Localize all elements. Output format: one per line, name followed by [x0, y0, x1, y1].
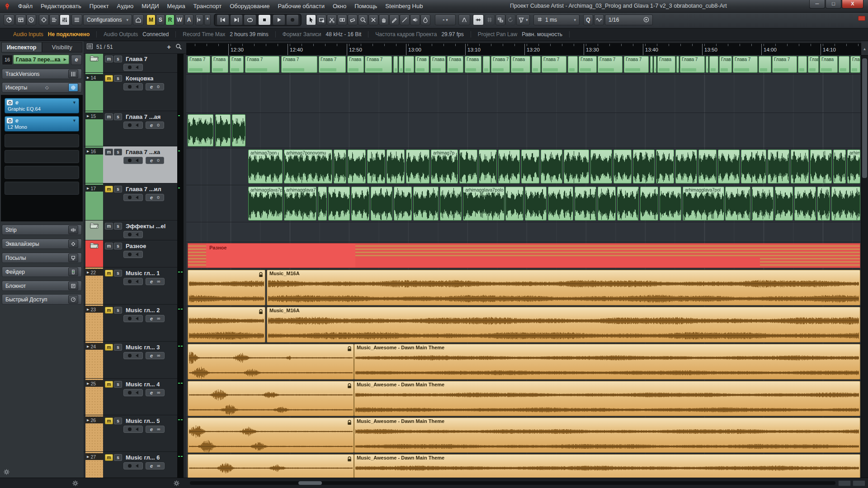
solo-button[interactable]: s	[114, 307, 122, 314]
record-monitor-buttons[interactable]	[123, 462, 143, 469]
track-row-folder-5[interactable]: msЭффекты ...el	[84, 221, 177, 240]
channel-buttons[interactable]: e∞	[146, 352, 165, 359]
folder-part-clip[interactable]: Глава 7	[772, 56, 797, 73]
scroll-corner[interactable]: ▲	[861, 43, 868, 56]
power-icon[interactable]	[7, 100, 13, 105]
close-button[interactable]: X	[842, 0, 863, 9]
chevron-down-icon[interactable]: ▼	[72, 118, 76, 123]
range-selection-tool[interactable]	[316, 14, 326, 25]
record-enable-icon[interactable]	[128, 391, 132, 394]
tab-inspector[interactable]: Инспектор	[1, 42, 42, 52]
folder-part-clip[interactable]: Глава	[511, 56, 530, 73]
section-быстрый-доступ[interactable]: Быстрый Доступ	[2, 294, 82, 305]
monitor-icon[interactable]	[136, 427, 138, 431]
record-monitor-buttons[interactable]	[123, 231, 143, 238]
monitor-icon[interactable]	[136, 123, 138, 127]
audio-clip[interactable]	[775, 187, 793, 221]
zoom-tool[interactable]	[358, 14, 368, 25]
extra-icon[interactable]: ∞	[157, 427, 160, 432]
folder-part-clip[interactable]: Глава 7	[598, 56, 623, 73]
folder-part-clip-red[interactable]: Разное	[188, 243, 860, 268]
track-row-25[interactable]: ▶25msMusic гл... 4e∞	[84, 379, 177, 415]
record-monitor-buttons[interactable]	[123, 389, 143, 396]
folder-part-clip[interactable]: Глава 7	[680, 56, 705, 73]
edit-plugin-icon[interactable]: e	[15, 99, 19, 106]
channel-buttons[interactable]: eo	[146, 83, 164, 90]
track-row-27[interactable]: ▶27msMusic гл... 6e∞	[84, 452, 177, 478]
folder-part-clip[interactable]	[839, 56, 849, 73]
filter-select[interactable]: ▾	[516, 14, 530, 25]
audio-clip[interactable]	[831, 187, 860, 221]
edit-channel-icon[interactable]: e	[150, 316, 153, 321]
audio-clip[interactable]	[548, 187, 573, 221]
folder-part-clip[interactable]	[650, 56, 653, 73]
audio-clip[interactable]	[564, 150, 589, 183]
solo-button[interactable]: s	[114, 149, 122, 155]
audio-clip[interactable]	[791, 150, 809, 183]
insert-slot-empty[interactable]	[5, 150, 79, 163]
folder-part-clip[interactable]	[798, 56, 807, 73]
record-enable-icon[interactable]	[128, 317, 132, 320]
track-row-22[interactable]: ▶22msMusic гл... 1e∞	[84, 267, 177, 305]
solo-button[interactable]: s	[114, 381, 122, 388]
audio-clip[interactable]	[768, 150, 789, 183]
audio-clip[interactable]	[698, 150, 717, 183]
setup-toolbar-button[interactable]	[71, 14, 82, 25]
channel-buttons[interactable]: eo	[146, 157, 164, 164]
audio-clip[interactable]	[752, 187, 774, 221]
audio-clip[interactable]	[741, 150, 766, 183]
folder-part-clip[interactable]: Глава 7	[245, 56, 279, 73]
line-tool[interactable]	[400, 14, 410, 25]
automation-w-button[interactable]: W	[175, 14, 184, 25]
folder-part-clip[interactable]	[676, 56, 679, 73]
music-clip[interactable]	[188, 270, 265, 305]
folder-part-clip[interactable]: Глава 7	[365, 56, 392, 73]
music-clip[interactable]	[188, 418, 354, 453]
audio-clip[interactable]	[334, 150, 346, 183]
folder-part-clip[interactable]: Глава 7	[281, 56, 317, 73]
audio-clip[interactable]	[413, 187, 439, 221]
record-monitor-buttons[interactable]	[123, 426, 143, 433]
record-monitor-buttons[interactable]	[123, 83, 143, 90]
expand-triangle-icon[interactable]: ▶	[87, 382, 89, 385]
edit-channel-icon[interactable]: e	[150, 463, 153, 469]
edit-channel-icon[interactable]: e	[150, 390, 153, 395]
extra-icon[interactable]: o	[157, 123, 160, 127]
audio-clip[interactable]	[718, 150, 740, 183]
record-button[interactable]	[286, 14, 299, 25]
snap-type-button[interactable]	[495, 14, 505, 25]
stop-button[interactable]	[258, 14, 271, 25]
music-clip[interactable]	[188, 381, 354, 416]
expand-triangle-icon[interactable]: ▶	[87, 455, 89, 459]
folder-part-clip[interactable]	[532, 56, 541, 73]
draw-tool[interactable]	[389, 14, 399, 25]
music-clip[interactable]: Music_Awesome - Dawn Main Theme	[354, 344, 860, 380]
gear-icon[interactable]	[4, 469, 9, 477]
section-фейдер[interactable]: Фейдер	[2, 267, 82, 277]
minimize-button[interactable]: ─	[809, 0, 825, 9]
track-row-15[interactable]: ▶15msГлава 7 ...аяeo	[84, 111, 177, 146]
channel-buttons[interactable]: e∞	[146, 315, 165, 322]
iterative-quantize-button[interactable]	[505, 14, 515, 25]
record-enable-icon[interactable]	[128, 85, 132, 89]
record-enable-icon[interactable]	[128, 233, 132, 236]
track-row-14[interactable]: ▶14msКонцовкаeo	[84, 73, 177, 111]
zoom-slider-horizontal[interactable]	[838, 480, 851, 486]
audio-clip[interactable]	[348, 150, 366, 183]
audio-clip[interactable]	[328, 187, 350, 221]
audio-clip[interactable]	[505, 187, 524, 221]
folder-part-clip[interactable]: Глава	[657, 56, 675, 73]
folder-part-clip[interactable]: Глава	[447, 56, 463, 73]
edit-plugin-icon[interactable]: e	[15, 117, 19, 124]
comp-tool[interactable]	[379, 14, 389, 25]
channel-buttons[interactable]: e∞	[146, 426, 165, 433]
audio-clip[interactable]	[725, 187, 750, 221]
audio-clip[interactable]	[367, 150, 385, 183]
expand-triangle-icon[interactable]: ▶	[87, 114, 89, 118]
mute-button[interactable]: m	[105, 223, 113, 230]
gear-icon[interactable]	[72, 480, 78, 488]
solo-button[interactable]: s	[114, 418, 122, 424]
audio-clip[interactable]	[387, 150, 405, 183]
audio-clip[interactable]	[318, 187, 327, 221]
audio-clip[interactable]	[459, 150, 477, 183]
